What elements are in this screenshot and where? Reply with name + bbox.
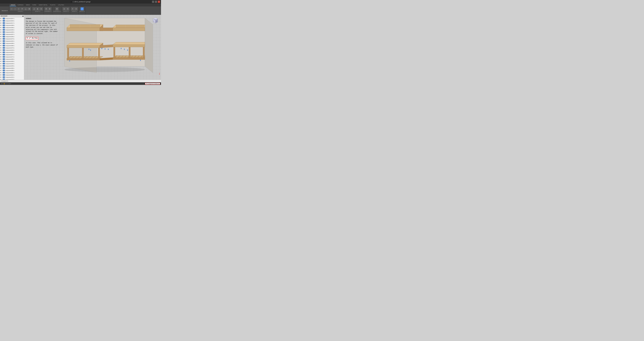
tab-surface[interactable]: SURFACE — [16, 4, 25, 6]
construct-plane-btn[interactable]: ⊞ — [56, 7, 58, 11]
browser-component-item[interactable]: ▶ 👁 Component269:1 — [0, 60, 24, 63]
browser-component-item[interactable]: ▶ 👁 Component267:1 — [0, 33, 24, 36]
design-dropdown[interactable]: DESIGN ▾ — [1, 7, 9, 14]
browser-component-item[interactable]: ▶ 👁 Component270:1 — [0, 47, 24, 49]
component-icon — [3, 67, 5, 69]
browser-component-item[interactable]: ▶ 👁 Component310:1 — [0, 74, 24, 76]
create-pull-btn[interactable]: ⟳ — [20, 7, 24, 11]
component-name: Component263:1 — [5, 52, 14, 53]
visibility-icon[interactable]: 👁 — [2, 36, 3, 37]
inspect-section-btn[interactable]: ⊡ — [66, 7, 70, 11]
inspect-measure-btn[interactable]: ◎ — [63, 7, 66, 11]
visibility-icon[interactable]: 👁 — [2, 25, 3, 26]
visibility-icon[interactable]: 👁 — [2, 45, 3, 46]
visibility-icon[interactable]: 👁 — [2, 18, 3, 19]
expand-arrow-icon: ▶ — [0, 18, 2, 19]
browser-component-item[interactable]: ▶ 👁 Component296:1 — [0, 27, 24, 29]
minimize-button[interactable]: — — [152, 1, 154, 3]
browser-component-item[interactable]: ▶ 👁 Component256:1 — [0, 69, 24, 72]
browser-component-item[interactable]: ▶ 👁 Component271:1 — [0, 54, 24, 56]
tab-sheet-metal[interactable]: SHEET METAL — [38, 4, 49, 6]
create-cyl-btn[interactable]: ○ — [14, 7, 17, 11]
browser-component-item[interactable]: ▶ 👁 Component280:1 — [0, 45, 24, 47]
visibility-icon[interactable]: 👁 — [2, 65, 3, 67]
create-ext-btn[interactable]: △ — [24, 7, 27, 11]
visibility-icon[interactable]: 👁 — [2, 47, 3, 49]
visibility-icon[interactable]: 👁 — [2, 43, 3, 44]
browser-component-item[interactable]: ▶ 👁 Component274:1 — [0, 56, 24, 58]
visibility-icon[interactable]: 👁 — [2, 50, 3, 51]
assemble-joint-btn[interactable]: ⊗ — [48, 7, 51, 11]
viewport[interactable]: SCREWS: The design in fusion 360 include… — [24, 15, 161, 80]
tab-utilities[interactable]: UTILITIES — [57, 4, 65, 6]
close-button[interactable]: ✕ — [158, 1, 160, 3]
browser-component-item[interactable]: ▶ 👁 Component307:1 — [0, 18, 24, 20]
browser-component-item[interactable]: ▶ 👁 Component284:1 — [0, 36, 24, 38]
construct-tools: ⊞ — [56, 7, 58, 11]
tab-form[interactable]: FORM — [31, 4, 38, 6]
browser-component-item[interactable]: ▶ 👁 Component263:1 — [0, 51, 24, 54]
browser-collapse-icon[interactable]: ◀ — [22, 15, 23, 17]
browser-component-item[interactable]: ▶ 👁 Component235:1 — [0, 65, 24, 67]
visibility-icon[interactable]: 👁 — [2, 74, 3, 76]
visibility-icon[interactable]: 👁 — [2, 54, 3, 55]
modify-fillet-btn[interactable]: ◈ — [36, 7, 39, 11]
visibility-icon[interactable]: 👁 — [2, 72, 3, 73]
browser-component-item[interactable]: ▶ 👁 Component279:1 — [0, 38, 24, 40]
browser-component-item[interactable]: ▶ 👁 Component318:1 — [0, 78, 24, 80]
browser-component-item[interactable]: ▶ 👁 Component240:1 — [0, 63, 24, 65]
browser-component-item[interactable]: ▶ 👁 Component294:1 — [0, 40, 24, 42]
tab-solid[interactable]: SOLID — [10, 4, 16, 6]
visibility-icon[interactable]: 👁 — [2, 23, 3, 24]
statusbar-right: 75 Component Instances — [145, 83, 160, 85]
modify-press-btn[interactable]: ⊿ — [32, 7, 36, 11]
insert-decal-btn[interactable]: ⊡ — [74, 7, 78, 11]
browser-component-item[interactable]: ▶ 👁 Component315:1 — [0, 76, 24, 78]
visibility-icon[interactable]: 👁 — [2, 34, 3, 35]
visibility-icon[interactable]: 👁 — [2, 32, 3, 33]
component-name: Component265:1 — [5, 59, 14, 60]
assemble-new-btn[interactable]: ⊕ — [44, 7, 48, 11]
browser-component-item[interactable]: ▶ 👁 Component243:1 — [0, 49, 24, 51]
visibility-icon[interactable]: 👁 — [2, 41, 3, 42]
visibility-icon[interactable]: 👁 — [2, 20, 3, 22]
create-box-btn[interactable]: □ — [10, 7, 13, 11]
expand-arrow-icon: ▶ — [0, 43, 2, 44]
browser-component-item[interactable]: ▶ 👁 Component257:1 — [0, 72, 24, 74]
modify-chamfer-btn[interactable]: ⊡ — [40, 7, 43, 11]
component-icon — [3, 49, 5, 51]
visibility-icon[interactable]: 👁 — [2, 68, 3, 69]
app-icon: ⬡ — [70, 1, 72, 3]
select-btn[interactable]: ↗ — [80, 7, 84, 11]
browser-component-item[interactable]: ▶ 👁 Component317:1 — [0, 22, 24, 24]
browser-component-item[interactable]: ▶ 👁 Component265:1 — [0, 58, 24, 60]
visibility-icon[interactable]: 👁 — [2, 79, 3, 80]
visibility-icon[interactable]: 👁 — [2, 29, 3, 31]
visibility-icon[interactable]: 👁 — [2, 61, 3, 62]
visibility-icon[interactable]: 👁 — [2, 27, 3, 28]
visibility-icon[interactable]: 👁 — [2, 77, 3, 78]
tab-plastic[interactable]: PLASTIC — [49, 4, 57, 6]
visibility-icon[interactable]: 👁 — [2, 63, 3, 64]
browser-component-item[interactable]: ▶ 👁 Component285:1 — [0, 42, 24, 45]
visibility-icon[interactable]: 👁 — [2, 59, 3, 60]
modify-label: MODIFY ▾ — [35, 11, 40, 12]
browser-component-item[interactable]: ▶ 👁 Component303:1 — [0, 20, 24, 22]
tabs-row: SOLID SURFACE MESH FORM SHEET METAL PLAS… — [0, 4, 161, 7]
insert-derive-btn[interactable]: ↧ — [71, 7, 74, 11]
create-move-btn[interactable]: ⊞ — [28, 7, 31, 11]
visibility-icon[interactable]: 👁 — [2, 52, 3, 53]
visibility-icon[interactable]: 👁 — [2, 56, 3, 58]
visibility-icon[interactable]: 👁 — [2, 38, 3, 40]
browser-component-item[interactable]: ▶ 👁 Component295:1 — [0, 31, 24, 33]
assemble-label: ASSEMBLE ▾ — [44, 11, 52, 12]
construct-label: CONSTRUCT ▾ — [53, 11, 61, 12]
visibility-icon[interactable]: 👁 — [2, 70, 3, 71]
browser-component-item[interactable]: ▶ 👁 Component288:1 — [0, 24, 24, 27]
browser-component-item[interactable]: ▶ 👁 Component290:1 — [0, 29, 24, 31]
browser-component-item[interactable]: ▶ 👁 Component260:1 — [0, 67, 24, 69]
create-sphere-btn[interactable]: ⬡ — [17, 7, 20, 11]
view-cube[interactable]: top left right — [151, 17, 160, 25]
tab-mesh[interactable]: MESH — [25, 4, 31, 6]
maximize-button[interactable]: □ — [155, 1, 157, 3]
